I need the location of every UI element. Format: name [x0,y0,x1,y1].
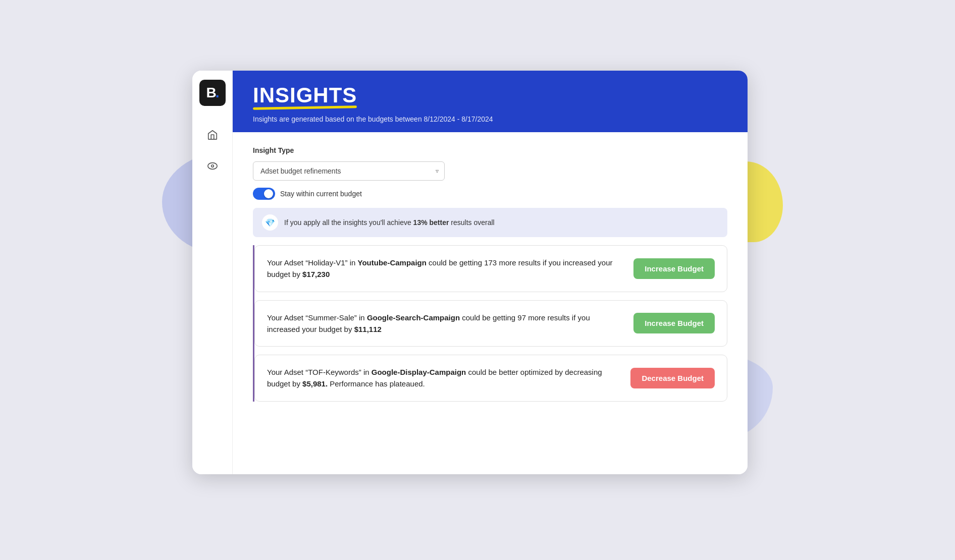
insight-card-1: Your Adset “Holiday-V1” in Youtube-Campa… [254,245,727,292]
header: INSIGHTS Insights are generated based on… [233,71,748,132]
sidebar: B. [192,71,233,474]
increase-budget-button-1[interactable]: Increase Budget [633,258,715,279]
insight-type-section: Insight Type Adset budget refinements Ca… [253,146,727,200]
insight-1-bold1: Youtube-Campaign [358,258,427,267]
toggle-row: Stay within current budget [253,188,727,200]
insight-3-bold2: $5,981. [302,379,328,388]
insight-card-3-text: Your Adset “TOF-Keywords” in Google-Disp… [267,366,620,390]
toggle-thumb [264,189,273,198]
info-banner-text: If you apply all the insights you'll ach… [284,218,495,227]
insight-3-bold1: Google-Display-Campaign [372,368,466,376]
insight-card-2-text: Your Adset “Summer-Sale” in Google-Searc… [267,312,623,335]
insight-type-select[interactable]: Adset budget refinements Campaign budget… [253,161,445,181]
info-highlight: 13% better [413,218,449,227]
sidebar-item-watch[interactable] [204,157,221,178]
sidebar-item-home[interactable] [204,126,221,146]
header-subtitle: Insights are generated based on the budg… [253,115,727,123]
budget-toggle[interactable] [253,188,275,200]
logo-dot: . [216,85,219,101]
insight-2-bold2: $11,112 [354,325,382,333]
app-card: B. INSIGH [192,71,748,474]
insight-2-bold1: Google-Search-Campaign [367,313,460,322]
toggle-label: Stay within current budget [280,190,362,198]
svg-point-1 [211,165,214,167]
diamond-icon: 💎 [262,214,278,231]
info-suffix: results overall [449,218,494,227]
insight-card-2: Your Adset “Summer-Sale” in Google-Searc… [254,300,727,347]
increase-budget-button-2[interactable]: Increase Budget [633,313,715,333]
logo: B. [199,80,226,106]
info-banner: 💎 If you apply all the insights you'll a… [253,208,727,237]
sidebar-nav [204,126,221,178]
insight-card-1-text: Your Adset “Holiday-V1” in Youtube-Campa… [267,257,623,281]
select-wrapper: Adset budget refinements Campaign budget… [253,161,445,181]
insight-type-label: Insight Type [253,146,727,154]
main-content: INSIGHTS Insights are generated based on… [233,71,748,474]
insight-1-bold2: $17,230 [302,270,330,278]
insight-card-3: Your Adset “TOF-Keywords” in Google-Disp… [254,355,727,402]
info-prefix: If you apply all the insights you'll ach… [284,218,413,227]
body-content: Insight Type Adset budget refinements Ca… [233,132,748,474]
page-title: INSIGHTS [253,85,357,106]
decrease-budget-button-3[interactable]: Decrease Budget [630,368,715,388]
cards-section: Your Adset “Holiday-V1” in Youtube-Campa… [253,245,727,402]
toggle-track [253,188,275,200]
svg-point-0 [207,163,217,170]
